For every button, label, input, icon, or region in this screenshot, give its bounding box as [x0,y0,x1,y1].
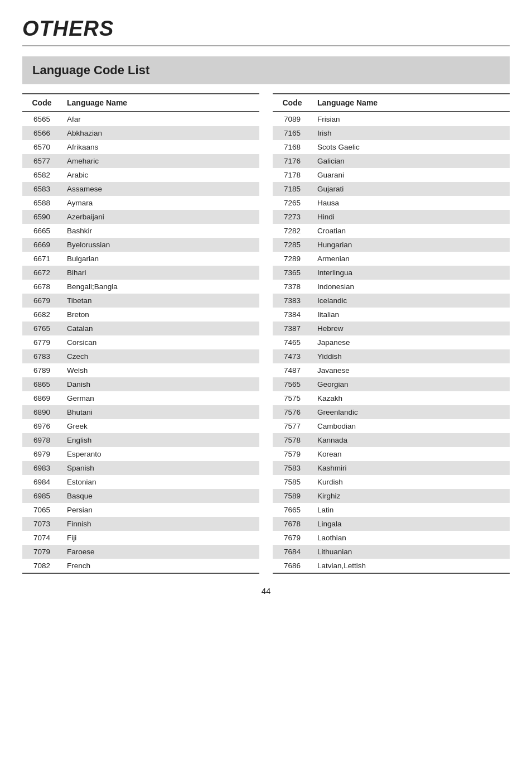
lang-cell: French [61,559,259,573]
lang-cell: Gujarati [312,182,510,196]
table-row: 7168 Scots Gaelic [273,140,510,154]
table-row: 6978 English [22,433,259,447]
table-row: 6582 Arabic [22,168,259,182]
lang-cell: Czech [61,349,259,363]
code-cell: 7577 [273,419,312,433]
table-row: 7285 Hungarian [273,238,510,252]
lang-cell: Abkhazian [61,126,259,140]
lang-cell: Croatian [312,224,510,238]
table-row: 7577 Cambodian [273,419,510,433]
table-row: 7383 Icelandic [273,294,510,308]
table-row: 7565 Georgian [273,377,510,391]
lang-cell: Kurdish [312,475,510,489]
code-cell: 6590 [22,210,61,224]
left-col-code-header: Code [22,94,61,112]
code-cell: 7473 [273,349,312,363]
table-row: 6678 Bengali;Bangla [22,280,259,294]
section-header: Language Code List [22,56,510,84]
table-row: 7079 Faroese [22,545,259,559]
lang-cell: Indonesian [312,280,510,294]
code-cell: 7589 [273,489,312,503]
lang-cell: Breton [61,308,259,322]
table-row: 7265 Hausa [273,196,510,210]
table-row: 6588 Aymara [22,196,259,210]
code-cell: 6865 [22,377,61,391]
table-row: 7473 Yiddish [273,349,510,363]
code-cell: 7079 [22,545,61,559]
table-row: 6669 Byelorussian [22,238,259,252]
table-row: 7178 Guarani [273,168,510,182]
lang-cell: Bihari [61,266,259,280]
code-cell: 6979 [22,447,61,461]
table-row: 7185 Gujarati [273,182,510,196]
lang-cell: Interlingua [312,266,510,280]
lang-cell: Hungarian [312,238,510,252]
table-row: 7578 Kannada [273,433,510,447]
lang-cell: Bhutani [61,405,259,419]
code-cell: 7665 [273,503,312,517]
code-cell: 7168 [273,140,312,154]
code-cell: 7165 [273,126,312,140]
lang-cell: Arabic [61,168,259,182]
table-row: 6783 Czech [22,349,259,363]
table-row: 7665 Latin [273,503,510,517]
code-cell: 6783 [22,349,61,363]
code-cell: 7176 [273,154,312,168]
lang-cell: Afar [61,112,259,126]
table-row: 6671 Bulgarian [22,252,259,266]
lang-cell: Kirghiz [312,489,510,503]
table-row: 7065 Persian [22,503,259,517]
lang-cell: Frisian [312,112,510,126]
code-cell: 6890 [22,405,61,419]
code-cell: 7365 [273,266,312,280]
lang-cell: Galician [312,154,510,168]
table-row: 6682 Breton [22,308,259,322]
table-row: 7465 Japanese [273,335,510,349]
table-row: 7684 Lithuanian [273,545,510,559]
code-cell: 6565 [22,112,61,126]
table-row: 7589 Kirghiz [273,489,510,503]
lang-cell: Aymara [61,196,259,210]
left-table: Code Language Name 6565 Afar 6566 Abkhaz… [22,93,259,574]
code-cell: 6869 [22,391,61,405]
lang-cell: Kashmiri [312,461,510,475]
code-cell: 6583 [22,182,61,196]
table-row: 7365 Interlingua [273,266,510,280]
table-row: 6672 Bihari [22,266,259,280]
code-cell: 6679 [22,294,61,308]
table-row: 6583 Assamese [22,182,259,196]
lang-cell: Azerbaijani [61,210,259,224]
lang-cell: Guarani [312,168,510,182]
code-cell: 7185 [273,182,312,196]
table-row: 6865 Danish [22,377,259,391]
lang-cell: Bulgarian [61,252,259,266]
code-cell: 7387 [273,322,312,335]
code-cell: 7585 [273,475,312,489]
lang-cell: Hausa [312,196,510,210]
title-divider [22,45,510,46]
table-row: 7487 Javanese [273,363,510,377]
lang-cell: Laothian [312,531,510,545]
table-row: 6869 German [22,391,259,405]
table-row: 7575 Kazakh [273,391,510,405]
code-cell: 7487 [273,363,312,377]
lang-cell: Corsican [61,335,259,349]
code-cell: 6984 [22,475,61,489]
lang-cell: Kazakh [312,391,510,405]
lang-cell: Latvian,Lettish [312,559,510,573]
code-cell: 7273 [273,210,312,224]
table-row: 6565 Afar [22,112,259,126]
lang-cell: Catalan [61,322,259,335]
table-row: 6890 Bhutani [22,405,259,419]
right-table: Code Language Name 7089 Frisian 7165 Iri… [273,93,510,574]
lang-cell: Finnish [61,517,259,531]
lang-cell: Byelorussian [61,238,259,252]
lang-cell: English [61,433,259,447]
code-cell: 7684 [273,545,312,559]
code-cell: 7265 [273,196,312,210]
table-row: 7378 Indonesian [273,280,510,294]
lang-cell: Georgian [312,377,510,391]
lang-cell: Persian [61,503,259,517]
lang-cell: Hebrew [312,322,510,335]
lang-cell: Welsh [61,363,259,377]
